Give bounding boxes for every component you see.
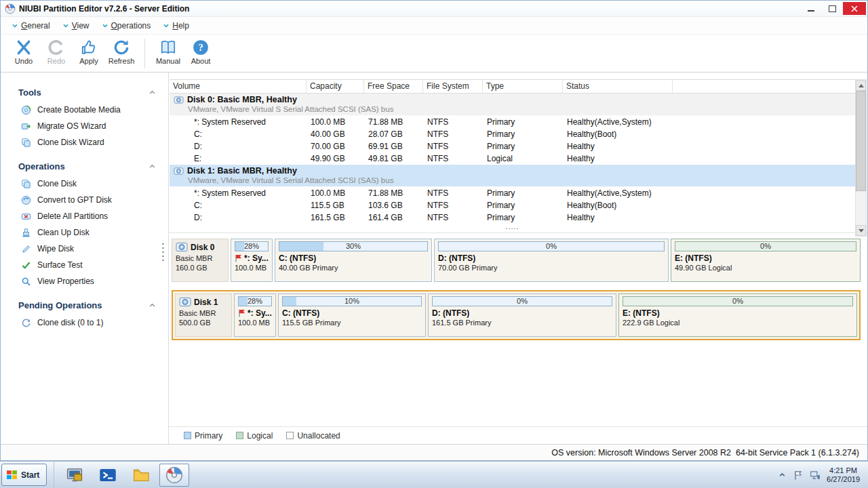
cell-file-system: NTFS: [423, 199, 483, 211]
disk0-group-row[interactable]: Disk 0: Basic MBR, Healthy VMware, VMwar…: [170, 94, 855, 116]
cell-capacity: 40.00 GB: [307, 128, 364, 140]
partition-detail: 115.5 GB Primary: [282, 319, 422, 327]
menu-help[interactable]: Help: [159, 17, 197, 34]
disk0-partition-d[interactable]: 0% D: (NTFS) 70.00 GB Primary: [434, 239, 669, 282]
server-manager-icon: [66, 466, 83, 484]
sidebar-item-wipe-disk[interactable]: Wipe Disk: [1, 241, 168, 257]
start-button[interactable]: Start: [1, 464, 47, 486]
wipe-disk-icon: [21, 244, 31, 254]
table-scrollbar[interactable]: [855, 79, 867, 237]
cell-capacity: 115.5 GB: [307, 199, 364, 211]
about-icon: ?: [192, 39, 210, 56]
scroll-down-button[interactable]: [856, 225, 866, 236]
section-title-operations: Operations: [18, 161, 149, 171]
sidebar-item-surface-test[interactable]: Surface Test: [1, 257, 168, 273]
column-header-free-space[interactable]: Free Space: [364, 80, 423, 93]
cell-status: Healthy(Boot): [563, 128, 673, 140]
sidebar-section-operations[interactable]: Operations: [1, 157, 168, 176]
close-button[interactable]: [843, 2, 866, 15]
menu-general[interactable]: General: [7, 17, 58, 34]
cell-status: Healthy(Boot): [563, 199, 673, 211]
sidebar-item-create-bootable-media[interactable]: Create Bootable Media: [1, 102, 168, 118]
minimize-button[interactable]: [801, 2, 821, 15]
windows-flag-icon: [6, 469, 18, 481]
volume-row-d0-e[interactable]: E: 49.90 GB 49.81 GB NTFS Logical Health…: [170, 152, 855, 165]
refresh-button[interactable]: Refresh: [105, 37, 138, 65]
column-header-status[interactable]: Status: [563, 80, 673, 93]
disk1-group-row[interactable]: Disk 1: Basic MBR, Healthy VMware, VMwar…: [170, 165, 855, 187]
scrollbar-track[interactable]: [856, 91, 866, 225]
sidebar-section-pending-operations[interactable]: Pending Operations: [1, 296, 168, 314]
disk1-partition-d[interactable]: 0% D: (NTFS) 161.5 GB Primary: [428, 293, 616, 337]
menu-operations[interactable]: Operations: [98, 17, 159, 34]
partition-detail: 100.0 MB: [235, 264, 269, 272]
redo-label: Redo: [47, 57, 65, 65]
apply-button[interactable]: Apply: [73, 37, 105, 65]
volume-row-d1-c[interactable]: C: 115.5 GB 103.6 GB NTFS Primary Health…: [170, 199, 855, 211]
disk-map: Disk 0 Basic MBR 160.0 GB 28% *: Sy... 1…: [169, 233, 867, 426]
disk0-partition-e[interactable]: 0% E: (NTFS) 49.90 GB Logical: [671, 239, 861, 282]
sidebar-item-label: Clean Up Disk: [37, 228, 90, 237]
disk1-partition-c[interactable]: 10% C: (NTFS) 115.5 GB Primary: [278, 293, 426, 337]
sidebar-item-label: Surface Test: [37, 260, 82, 270]
sidebar-item-label: Wipe Disk: [37, 244, 74, 253]
manual-button[interactable]: Manual: [152, 37, 184, 65]
clean-up-icon: [21, 228, 31, 238]
taskbar-button-powershell[interactable]: [93, 464, 123, 487]
cell-file-system: NTFS: [423, 116, 483, 128]
menu-view[interactable]: View: [58, 17, 98, 34]
scrollbar-thumb[interactable]: [856, 91, 866, 191]
disk1-title: Disk 1: Basic MBR, Healthy: [187, 166, 297, 176]
start-button-label: Start: [21, 470, 39, 480]
tray-expand-icon[interactable]: [778, 470, 787, 479]
collapse-chevron-icon: [149, 302, 156, 309]
taskbar-clock[interactable]: 4:21 PM 6/27/2019: [827, 466, 860, 484]
svg-text:?: ?: [198, 41, 203, 53]
about-button[interactable]: ?About: [184, 37, 217, 65]
usage-bar: 0%: [675, 241, 856, 251]
sidebar-item-clone-disk-wizard[interactable]: Clone Disk Wizard: [1, 134, 168, 150]
taskbar-button-niubi[interactable]: [159, 464, 189, 487]
sidebar-item-pending-clone-disk[interactable]: Clone disk (0 to 1): [1, 314, 168, 331]
sidebar-item-delete-all-partitions[interactable]: Delete All Partitions: [1, 208, 168, 224]
sidebar-section-tools[interactable]: Tools: [1, 83, 168, 102]
volume-row-d0-d[interactable]: D: 70.00 GB 69.91 GB NTFS Primary Health…: [170, 140, 855, 152]
sidebar-item-convert-to-gpt-disk[interactable]: Convert to GPT Disk: [1, 192, 168, 208]
section-title-pending: Pending Operations: [18, 300, 149, 310]
disk0-partition-system-reserved[interactable]: 28% *: Sy... 100.0 MB: [231, 239, 273, 282]
volume-row-d0-system-reserved[interactable]: *: System Reserved 100.0 MB 71.88 MB NTF…: [170, 116, 855, 128]
column-header-capacity[interactable]: Capacity: [307, 80, 364, 93]
maximize-button[interactable]: [822, 2, 842, 15]
explorer-icon: [132, 466, 150, 484]
column-header-file-system[interactable]: File System: [423, 80, 483, 93]
scroll-up-button[interactable]: [856, 80, 866, 91]
disk0-partition-c[interactable]: 30% C: (NTFS) 40.00 GB Primary: [275, 239, 432, 282]
redo-button[interactable]: Redo: [40, 37, 73, 65]
network-icon[interactable]: [810, 470, 821, 481]
manual-label: Manual: [156, 57, 180, 65]
action-center-flag-icon[interactable]: [793, 470, 804, 481]
disk1-scheme: Basic MBR: [179, 308, 230, 318]
disk1-partition-system-reserved[interactable]: 28% *: Sy... 100.0 MB: [234, 293, 276, 337]
disk0-info-box[interactable]: Disk 0 Basic MBR 160.0 GB: [172, 239, 229, 282]
disk1-partition-e[interactable]: 0% E: (NTFS) 222.9 GB Logical: [618, 293, 857, 337]
sidebar-item-clone-disk[interactable]: Clone Disk: [1, 176, 168, 192]
cell-free-space: 69.91 GB: [364, 140, 423, 152]
menu-help-label: Help: [172, 21, 189, 30]
cell-volume: C:: [170, 128, 307, 140]
volume-row-d1-system-reserved[interactable]: *: System Reserved 100.0 MB 71.88 MB NTF…: [170, 187, 855, 199]
taskbar-button-server-manager[interactable]: [60, 464, 90, 487]
undo-button[interactable]: Undo: [7, 37, 40, 65]
taskbar-buttons: [54, 462, 189, 488]
volume-row-d0-c[interactable]: C: 40.00 GB 28.07 GB NTFS Primary Health…: [170, 128, 855, 140]
sidebar-splitter-handle[interactable]: [162, 242, 164, 262]
column-header-volume[interactable]: Volume: [170, 80, 307, 93]
sidebar-item-view-properties[interactable]: View Properties: [1, 273, 168, 289]
sidebar-item-migrate-os-wizard[interactable]: Migrate OS Wizard: [1, 118, 168, 134]
disk1-info-box[interactable]: Disk 1 Basic MBR 500.0 GB: [175, 293, 232, 337]
column-header-type[interactable]: Type: [483, 80, 563, 93]
sidebar-item-clean-up-disk[interactable]: Clean Up Disk: [1, 224, 168, 241]
clock-time: 4:21 PM: [827, 466, 860, 475]
taskbar-button-explorer[interactable]: [126, 464, 156, 487]
clock-date: 6/27/2019: [827, 475, 860, 484]
